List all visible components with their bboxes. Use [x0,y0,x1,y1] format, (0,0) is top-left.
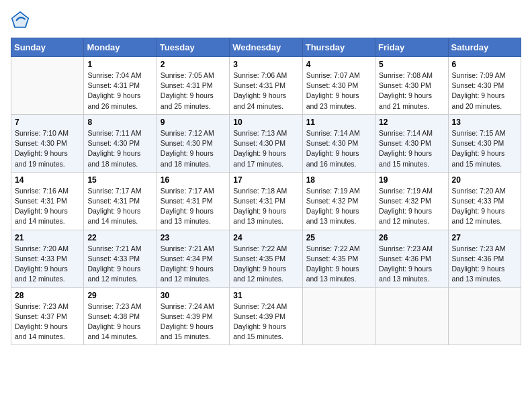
day-detail: Sunrise: 7:14 AMSunset: 4:30 PMDaylight:… [379,128,444,169]
calendar-cell [11,57,84,115]
day-number: 1 [87,60,152,69]
day-of-week-header: Saturday [448,38,521,57]
day-number: 9 [161,118,226,127]
day-detail: Sunrise: 7:12 AMSunset: 4:30 PMDaylight:… [161,128,226,169]
calendar-cell: 4Sunrise: 7:07 AMSunset: 4:30 PMDaylight… [302,57,375,115]
calendar-cell: 3Sunrise: 7:06 AMSunset: 4:31 PMDaylight… [230,57,302,115]
day-detail: Sunrise: 7:21 AMSunset: 4:33 PMDaylight:… [87,244,152,285]
day-number: 27 [452,233,517,242]
calendar-cell: 10Sunrise: 7:13 AMSunset: 4:30 PMDayligh… [230,114,302,172]
calendar-cell: 30Sunrise: 7:24 AMSunset: 4:39 PMDayligh… [157,287,229,345]
calendar-cell: 2Sunrise: 7:05 AMSunset: 4:31 PMDaylight… [157,57,229,115]
day-detail: Sunrise: 7:17 AMSunset: 4:31 PMDaylight:… [87,186,152,227]
calendar-cell: 20Sunrise: 7:20 AMSunset: 4:33 PMDayligh… [448,172,521,230]
day-of-week-header: Monday [84,38,157,57]
day-detail: Sunrise: 7:23 AMSunset: 4:36 PMDaylight:… [379,244,444,285]
day-number: 23 [161,233,226,242]
calendar-cell: 11Sunrise: 7:14 AMSunset: 4:30 PMDayligh… [302,114,375,172]
day-detail: Sunrise: 7:21 AMSunset: 4:34 PMDaylight:… [161,244,226,285]
calendar-cell: 23Sunrise: 7:21 AMSunset: 4:34 PMDayligh… [157,230,229,287]
calendar-week-row: 7Sunrise: 7:10 AMSunset: 4:30 PMDaylight… [11,114,521,172]
calendar-cell: 26Sunrise: 7:23 AMSunset: 4:36 PMDayligh… [375,230,448,287]
day-number: 4 [306,60,371,69]
day-detail: Sunrise: 7:17 AMSunset: 4:31 PMDaylight:… [161,186,226,227]
day-detail: Sunrise: 7:14 AMSunset: 4:30 PMDaylight:… [306,128,371,169]
day-detail: Sunrise: 7:11 AMSunset: 4:30 PMDaylight:… [87,128,152,169]
day-number: 26 [379,233,444,242]
day-of-week-header: Wednesday [230,38,302,57]
calendar-cell: 18Sunrise: 7:19 AMSunset: 4:32 PMDayligh… [302,172,375,230]
calendar-cell: 6Sunrise: 7:09 AMSunset: 4:30 PMDaylight… [448,57,521,115]
header [11,11,521,30]
calendar-cell: 16Sunrise: 7:17 AMSunset: 4:31 PMDayligh… [157,172,229,230]
calendar-cell: 5Sunrise: 7:08 AMSunset: 4:30 PMDaylight… [375,57,448,115]
day-number: 2 [161,60,226,69]
calendar-cell [302,287,375,345]
day-detail: Sunrise: 7:22 AMSunset: 4:35 PMDaylight:… [233,244,298,285]
day-number: 7 [15,118,80,127]
calendar-cell: 1Sunrise: 7:04 AMSunset: 4:31 PMDaylight… [84,57,157,115]
day-number: 24 [233,233,298,242]
day-number: 20 [452,175,517,185]
calendar-cell: 12Sunrise: 7:14 AMSunset: 4:30 PMDayligh… [375,114,448,172]
calendar-cell [448,287,521,345]
day-detail: Sunrise: 7:24 AMSunset: 4:39 PMDaylight:… [233,302,298,342]
calendar-week-row: 1Sunrise: 7:04 AMSunset: 4:31 PMDaylight… [11,57,521,115]
day-number: 18 [306,175,371,185]
day-detail: Sunrise: 7:23 AMSunset: 4:38 PMDaylight:… [87,302,152,342]
day-number: 6 [452,60,517,69]
calendar-cell [375,287,448,345]
day-number: 8 [87,118,152,127]
day-number: 25 [306,233,371,242]
day-number: 12 [379,118,444,127]
day-detail: Sunrise: 7:23 AMSunset: 4:36 PMDaylight:… [452,244,517,285]
calendar-cell: 21Sunrise: 7:20 AMSunset: 4:33 PMDayligh… [11,230,84,287]
day-detail: Sunrise: 7:13 AMSunset: 4:30 PMDaylight:… [233,128,298,169]
calendar-cell: 31Sunrise: 7:24 AMSunset: 4:39 PMDayligh… [230,287,302,345]
day-number: 30 [161,291,226,300]
day-detail: Sunrise: 7:07 AMSunset: 4:30 PMDaylight:… [306,71,371,111]
calendar-cell: 29Sunrise: 7:23 AMSunset: 4:38 PMDayligh… [84,287,157,345]
day-number: 14 [15,175,80,185]
day-number: 3 [233,60,298,69]
calendar-cell: 22Sunrise: 7:21 AMSunset: 4:33 PMDayligh… [84,230,157,287]
day-number: 17 [233,175,298,185]
calendar-cell: 28Sunrise: 7:23 AMSunset: 4:37 PMDayligh… [11,287,84,345]
day-number: 11 [306,118,371,127]
day-detail: Sunrise: 7:19 AMSunset: 4:32 PMDaylight:… [306,186,371,227]
day-number: 16 [161,175,226,185]
calendar-header-row: SundayMondayTuesdayWednesdayThursdayFrid… [11,38,521,57]
day-of-week-header: Tuesday [157,38,229,57]
calendar-cell: 13Sunrise: 7:15 AMSunset: 4:30 PMDayligh… [448,114,521,172]
logo-icon [11,11,30,30]
day-detail: Sunrise: 7:24 AMSunset: 4:39 PMDaylight:… [161,302,226,342]
calendar-week-row: 14Sunrise: 7:16 AMSunset: 4:31 PMDayligh… [11,172,521,230]
day-of-week-header: Sunday [11,38,84,57]
day-of-week-header: Thursday [302,38,375,57]
calendar-cell: 8Sunrise: 7:11 AMSunset: 4:30 PMDaylight… [84,114,157,172]
day-number: 31 [233,291,298,300]
day-detail: Sunrise: 7:06 AMSunset: 4:31 PMDaylight:… [233,71,298,111]
day-detail: Sunrise: 7:08 AMSunset: 4:30 PMDaylight:… [379,71,444,111]
day-detail: Sunrise: 7:10 AMSunset: 4:30 PMDaylight:… [15,128,80,169]
day-detail: Sunrise: 7:20 AMSunset: 4:33 PMDaylight:… [15,244,80,285]
day-number: 19 [379,175,444,185]
day-detail: Sunrise: 7:18 AMSunset: 4:31 PMDaylight:… [233,186,298,227]
calendar-cell: 15Sunrise: 7:17 AMSunset: 4:31 PMDayligh… [84,172,157,230]
day-number: 15 [87,175,152,185]
day-number: 13 [452,118,517,127]
calendar-cell: 14Sunrise: 7:16 AMSunset: 4:31 PMDayligh… [11,172,84,230]
calendar-cell: 27Sunrise: 7:23 AMSunset: 4:36 PMDayligh… [448,230,521,287]
calendar-cell: 19Sunrise: 7:19 AMSunset: 4:32 PMDayligh… [375,172,448,230]
day-number: 29 [87,291,152,300]
day-number: 21 [15,233,80,242]
calendar-week-row: 28Sunrise: 7:23 AMSunset: 4:37 PMDayligh… [11,287,521,345]
day-detail: Sunrise: 7:04 AMSunset: 4:31 PMDaylight:… [87,71,152,111]
day-number: 5 [379,60,444,69]
calendar-table: SundayMondayTuesdayWednesdayThursdayFrid… [11,38,521,345]
day-number: 10 [233,118,298,127]
day-number: 22 [87,233,152,242]
day-detail: Sunrise: 7:23 AMSunset: 4:37 PMDaylight:… [15,302,80,342]
logo [11,11,32,30]
calendar-cell: 17Sunrise: 7:18 AMSunset: 4:31 PMDayligh… [230,172,302,230]
